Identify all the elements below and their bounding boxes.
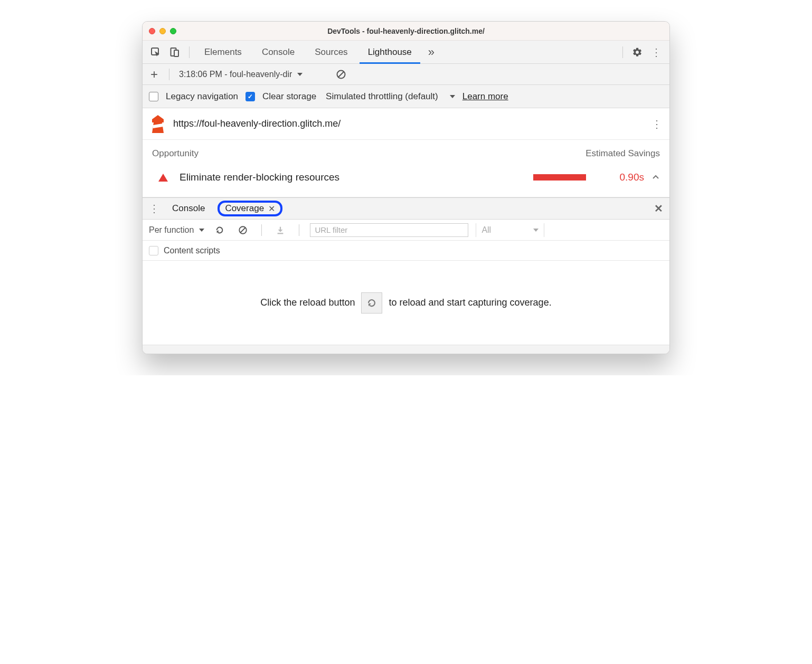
device-toolbar-icon[interactable] <box>167 44 183 60</box>
dropdown-caret-icon <box>297 73 303 76</box>
reload-button[interactable] <box>361 292 382 314</box>
drawer-tab-console[interactable]: Console <box>167 201 210 216</box>
window-title: DevTools - foul-heavenly-direction.glitc… <box>143 27 669 35</box>
minimize-window-button[interactable] <box>159 28 166 34</box>
opportunity-title: Eliminate render-blocking resources <box>180 172 339 183</box>
drawer-tab-coverage-label: Coverage <box>225 203 264 214</box>
savings-bar <box>533 174 586 181</box>
new-report-button[interactable]: + <box>149 67 159 82</box>
zoom-window-button[interactable] <box>170 28 176 34</box>
content-scripts-checkbox[interactable] <box>149 246 158 255</box>
granularity-select[interactable]: Per function <box>149 225 204 235</box>
divider <box>622 46 623 58</box>
fail-triangle-icon <box>158 174 168 182</box>
content-scripts-row: Content scripts <box>143 241 669 261</box>
close-window-button[interactable] <box>149 28 155 34</box>
url-filter-input[interactable] <box>310 223 468 237</box>
clear-storage-checkbox[interactable]: ✓ <box>246 92 255 101</box>
savings-column-label: Estimated Savings <box>586 148 660 159</box>
more-tabs-icon[interactable]: » <box>423 44 439 60</box>
close-drawer-icon[interactable]: ✕ <box>654 202 663 215</box>
drawer-tabstrip: ⋮ Console Coverage ✕ ✕ <box>143 197 669 220</box>
titlebar: DevTools - foul-heavenly-direction.glitc… <box>143 22 669 41</box>
coverage-toolbar: Per function All <box>143 220 669 241</box>
svg-marker-5 <box>152 115 164 122</box>
lighthouse-logo-icon <box>150 115 166 133</box>
opportunities-header: Opportunity Estimated Savings <box>143 140 669 164</box>
clear-icon[interactable] <box>333 67 349 82</box>
type-filter-label: All <box>481 225 491 235</box>
export-icon <box>272 222 288 238</box>
learn-more-link[interactable]: Learn more <box>462 91 508 102</box>
drawer-tab-console-label: Console <box>172 203 205 214</box>
lighthouse-settings-row: Legacy navigation ✓ Clear storage Simula… <box>143 85 669 108</box>
report-selector[interactable]: 3:18:06 PM - foul-heavenly-dir <box>179 70 327 79</box>
drawer-tab-coverage[interactable]: Coverage ✕ <box>218 201 282 216</box>
divider <box>261 224 262 236</box>
window-controls <box>149 28 176 34</box>
close-tab-icon[interactable]: ✕ <box>268 204 275 214</box>
dropdown-caret-icon <box>199 229 204 232</box>
inspect-element-icon[interactable] <box>148 44 164 60</box>
reload-icon[interactable] <box>212 222 228 238</box>
divider <box>189 46 190 58</box>
settings-gear-icon[interactable] <box>629 44 645 60</box>
legacy-navigation-checkbox[interactable] <box>149 92 158 101</box>
svg-line-4 <box>338 72 344 77</box>
chevron-up-icon <box>652 173 660 182</box>
content-scripts-label: Content scripts <box>164 246 220 255</box>
divider <box>169 69 169 80</box>
svg-rect-2 <box>174 50 178 56</box>
empty-state-text-post: to reload and start capturing coverage. <box>389 297 551 308</box>
throttling-select[interactable]: Simulated throttling (default) <box>326 91 455 102</box>
type-filter-select[interactable]: All <box>476 223 544 237</box>
tab-lighthouse[interactable]: Lighthouse <box>360 41 420 64</box>
devtools-window: DevTools - foul-heavenly-direction.glitc… <box>142 21 670 354</box>
statusbar <box>143 345 669 354</box>
report-menu-icon[interactable]: ⋮ <box>652 119 662 129</box>
granularity-label: Per function <box>149 225 194 235</box>
main-tabstrip: Elements Console Sources Lighthouse » ⋮ <box>143 41 669 64</box>
clear-storage-label: Clear storage <box>262 91 316 102</box>
savings-value: 0.90s <box>597 172 644 183</box>
lighthouse-toolbar: + 3:18:06 PM - foul-heavenly-dir <box>143 64 669 85</box>
tab-sources[interactable]: Sources <box>306 41 356 64</box>
throttling-label: Simulated throttling (default) <box>326 91 438 102</box>
dropdown-caret-icon <box>450 95 455 98</box>
opportunity-row[interactable]: Eliminate render-blocking resources 0.90… <box>143 164 669 197</box>
coverage-empty-state: Click the reload button to reload and st… <box>143 261 669 345</box>
opportunity-column-label: Opportunity <box>152 148 199 159</box>
report-url: https://foul-heavenly-direction.glitch.m… <box>173 118 341 129</box>
dropdown-caret-icon <box>533 229 539 232</box>
tab-console[interactable]: Console <box>253 41 303 64</box>
kebab-menu-icon[interactable]: ⋮ <box>648 44 664 60</box>
report-selector-label: 3:18:06 PM - foul-heavenly-dir <box>179 70 292 79</box>
divider <box>299 224 299 236</box>
clear-coverage-icon[interactable] <box>235 222 251 238</box>
empty-state-text-pre: Click the reload button <box>260 297 355 308</box>
tab-elements[interactable]: Elements <box>196 41 250 64</box>
report-url-row: https://foul-heavenly-direction.glitch.m… <box>143 108 669 140</box>
svg-line-9 <box>241 227 246 232</box>
drawer-menu-icon[interactable]: ⋮ <box>149 203 159 214</box>
legacy-navigation-label: Legacy navigation <box>166 91 238 102</box>
